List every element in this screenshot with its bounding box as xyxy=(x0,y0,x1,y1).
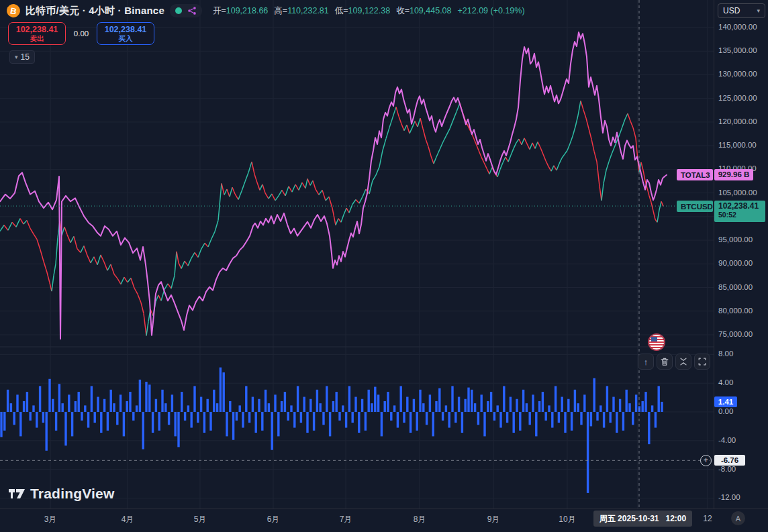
total3-series-tag[interactable]: TOTAL3 xyxy=(677,169,713,180)
candle-segment xyxy=(128,278,131,282)
indicator-tick-label: 0.00 xyxy=(718,407,733,415)
histogram-bar xyxy=(300,412,302,423)
candle-segment xyxy=(538,142,540,148)
histogram-bar xyxy=(438,388,440,412)
histogram-bar xyxy=(265,390,267,412)
histogram-bar xyxy=(352,412,354,423)
histogram-bar xyxy=(422,403,424,412)
candle-segment xyxy=(383,139,386,151)
candle-segment xyxy=(91,257,94,263)
candle-segment xyxy=(191,252,195,258)
candle-segment xyxy=(428,147,431,156)
histogram-bar xyxy=(52,399,54,412)
histogram-bar xyxy=(454,412,457,423)
histogram-bar xyxy=(442,412,444,421)
candle-segment xyxy=(235,194,238,199)
btcusd-series-tag[interactable]: BTCUSD xyxy=(677,201,713,212)
candle-segment xyxy=(299,182,302,190)
candle-segment xyxy=(242,182,245,191)
histogram-bar xyxy=(306,412,308,433)
interval-value: 15 xyxy=(21,52,30,62)
time-tick-label: 6月 xyxy=(267,514,280,525)
interval-selector[interactable]: ▾ 15 xyxy=(9,50,35,64)
crosshair-time-label: 周五 2025-10-31 12:00 xyxy=(593,511,692,527)
sell-button[interactable]: 102,238.41 卖出 xyxy=(8,22,66,45)
time-tick-label: 7月 xyxy=(340,514,352,525)
candle-segment xyxy=(101,255,104,262)
candle-segment xyxy=(329,197,332,208)
candle-segment xyxy=(546,161,548,166)
histogram-bar xyxy=(483,412,485,436)
histogram-bar xyxy=(30,412,32,421)
indicator-tick-label: 8.00 xyxy=(718,350,733,358)
histogram-bar xyxy=(255,412,257,433)
candle-segment xyxy=(591,139,594,151)
price-axis[interactable]: USD ▾ 140,000.00135,000.00130,000.00125,… xyxy=(714,0,768,509)
close-label: 收= xyxy=(396,6,410,15)
candle-segment xyxy=(254,174,257,182)
histogram-bar xyxy=(87,412,89,428)
candle-segment xyxy=(376,167,379,175)
histogram-bar xyxy=(75,401,77,412)
candle-segment xyxy=(386,127,389,138)
candle-segment xyxy=(111,264,114,274)
histogram-bar xyxy=(619,399,621,412)
histogram-bar xyxy=(119,394,122,412)
candle-segment xyxy=(393,107,396,117)
candle-segment xyxy=(245,172,248,181)
histogram-bar xyxy=(132,412,134,421)
candle-segment xyxy=(481,157,484,162)
candle-segment xyxy=(389,117,393,128)
histogram-bar xyxy=(644,392,646,412)
histogram-bar xyxy=(261,412,263,431)
logs-badge[interactable]: A xyxy=(731,511,745,525)
maximize-pane-button[interactable] xyxy=(694,354,710,370)
histogram-bar xyxy=(309,399,311,412)
histogram-bar xyxy=(55,412,57,431)
histogram-bar xyxy=(193,386,195,412)
histogram-bar xyxy=(320,403,322,412)
histogram-bar xyxy=(107,412,109,431)
market-status-icon[interactable] xyxy=(175,7,182,14)
chart-canvas[interactable] xyxy=(0,0,714,509)
candle-segment xyxy=(609,154,612,162)
histogram-bar xyxy=(435,401,437,412)
time-axis[interactable]: 周五 2025-10-31 12:00 A 3月4月5月6月7月8月9月10月1… xyxy=(0,509,768,532)
share-icon[interactable] xyxy=(187,6,197,15)
histogram-bar xyxy=(303,397,305,412)
collapse-icon xyxy=(679,357,688,366)
histogram-bar xyxy=(481,394,483,412)
candle-segment xyxy=(356,199,359,203)
candle-segment xyxy=(567,144,570,150)
candle-segment xyxy=(34,234,37,240)
us-flag-icon[interactable] xyxy=(649,335,664,350)
maximize-icon xyxy=(698,357,707,366)
histogram-bar xyxy=(216,403,218,412)
price-tick-label: 85,000.00 xyxy=(718,283,753,291)
histogram-bar xyxy=(651,405,653,412)
histogram-bar xyxy=(387,392,389,412)
histogram-bar xyxy=(200,397,202,412)
candle-segment xyxy=(516,139,519,143)
histogram-bar xyxy=(371,403,373,412)
tradingview-logo[interactable]: TradingView xyxy=(8,486,115,502)
histogram-bar xyxy=(558,412,560,423)
add-alert-plus-icon[interactable]: + xyxy=(700,455,712,466)
candle-segment xyxy=(443,136,446,142)
histogram-bar xyxy=(136,405,138,412)
candle-segment xyxy=(503,157,506,162)
candle-segment xyxy=(289,187,292,192)
histogram-bar xyxy=(3,412,5,431)
delete-pane-button[interactable] xyxy=(657,354,673,370)
move-pane-up-button[interactable]: ↑ xyxy=(638,354,654,370)
symbol-title[interactable]: 比特币/美元 · 4小时 · Binance xyxy=(26,5,164,17)
histogram-bar xyxy=(245,386,247,412)
candle-segment xyxy=(647,189,649,196)
collapse-pane-button[interactable] xyxy=(675,354,691,370)
histogram-bar xyxy=(19,412,21,436)
histogram-bar xyxy=(42,412,44,423)
btcusd-countdown: 50:52 xyxy=(718,211,761,219)
buy-button[interactable]: 102,238.41 买入 xyxy=(97,22,154,45)
currency-selector[interactable]: USD ▾ xyxy=(718,3,765,18)
candle-segment xyxy=(369,180,373,194)
